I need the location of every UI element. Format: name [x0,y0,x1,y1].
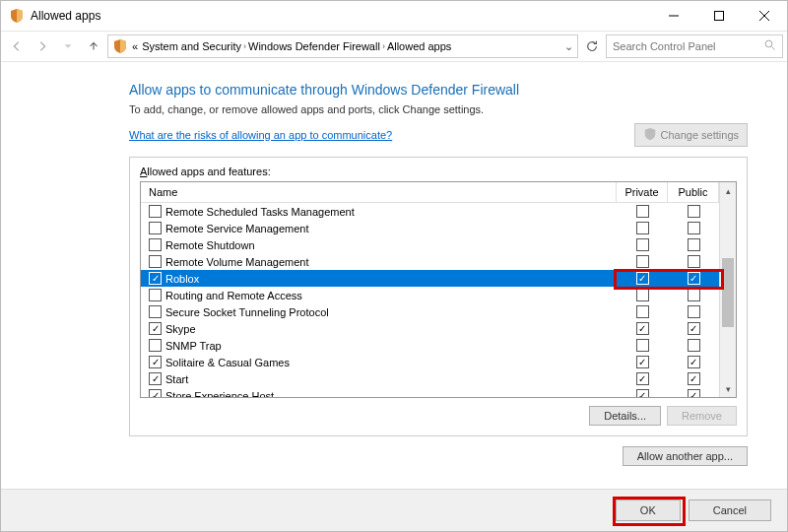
search-input[interactable] [613,40,776,52]
minimize-button[interactable] [651,1,696,31]
enable-checkbox[interactable] [149,289,162,301]
table-row[interactable]: Remote Scheduled Tasks Management [141,203,719,220]
close-button[interactable] [742,1,787,31]
chevron-right-icon: › [382,41,385,51]
column-public[interactable]: Public [668,182,719,202]
search-box[interactable] [606,34,783,58]
up-button[interactable] [82,34,105,58]
table-row[interactable]: Roblox [141,270,719,287]
scroll-down-button[interactable]: ▾ [720,380,736,397]
enable-checkbox[interactable] [149,339,162,352]
search-icon [764,39,776,54]
page-subtitle: To add, change, or remove allowed apps a… [129,103,748,115]
titlebar: Allowed apps [1,1,787,31]
scroll-track[interactable] [720,199,736,380]
breadcrumb[interactable]: « System and Security › Windows Defender… [107,34,578,58]
enable-checkbox[interactable] [149,356,162,368]
enable-checkbox[interactable] [149,305,162,318]
table-header: Name Private Public [141,182,719,203]
scroll-thumb[interactable] [722,258,734,327]
back-button[interactable] [5,34,29,58]
vertical-scrollbar[interactable]: ▴ ▾ [719,182,736,397]
enable-checkbox[interactable] [149,222,162,234]
table-row[interactable]: Remote Volume Management [141,253,719,270]
private-column [617,339,668,352]
public-checkbox[interactable] [688,339,700,352]
table-row[interactable]: Store Experience Host [141,387,719,397]
maximize-button[interactable] [696,1,742,31]
apps-table: Name Private Public Remote Scheduled Tas… [140,181,737,398]
private-checkbox[interactable] [636,372,649,385]
private-checkbox[interactable] [636,272,649,285]
enable-checkbox[interactable] [149,255,162,268]
private-checkbox[interactable] [636,356,649,368]
public-checkbox[interactable] [688,205,700,218]
public-checkbox[interactable] [688,305,700,318]
table-row[interactable]: SNMP Trap [141,337,719,354]
table-row[interactable]: Solitaire & Casual Games [141,354,719,370]
private-checkbox[interactable] [636,238,649,251]
ok-button[interactable]: OK [616,499,681,521]
breadcrumb-item[interactable]: Windows Defender Firewall [248,40,380,52]
private-checkbox[interactable] [636,222,649,234]
table-row[interactable]: Start [141,370,719,387]
firewall-shield-icon [9,8,25,24]
forward-button[interactable] [31,34,54,58]
private-checkbox[interactable] [636,339,649,352]
scroll-up-button[interactable]: ▴ [720,182,736,199]
private-column [617,272,668,285]
page-title: Allow apps to communicate through Window… [129,82,748,98]
app-name: SNMP Trap [165,340,617,352]
private-column [617,322,668,335]
public-column [668,339,719,352]
table-row[interactable]: Remote Shutdown [141,236,719,253]
enable-checkbox[interactable] [149,272,162,285]
private-column [617,238,668,251]
recent-dropdown[interactable] [56,34,80,58]
breadcrumb-prefix: « [132,40,138,52]
table-row[interactable]: Remote Service Management [141,220,719,236]
private-checkbox[interactable] [636,322,649,335]
breadcrumb-item[interactable]: System and Security [142,40,241,52]
risks-link[interactable]: What are the risks of allowing an app to… [129,129,392,141]
details-button[interactable]: Details... [589,406,661,426]
cancel-button[interactable]: Cancel [689,499,771,521]
public-checkbox[interactable] [688,222,700,234]
public-checkbox[interactable] [688,356,700,368]
enable-checkbox[interactable] [149,389,162,397]
enable-checkbox[interactable] [149,205,162,218]
remove-button[interactable]: Remove [667,406,737,426]
table-row[interactable]: Secure Socket Tunneling Protocol [141,303,719,320]
private-checkbox[interactable] [636,255,649,268]
private-column [617,372,668,385]
public-checkbox[interactable] [688,322,700,335]
public-column [668,356,719,368]
table-row[interactable]: Routing and Remote Access [141,287,719,303]
allow-another-app-button[interactable]: Allow another app... [623,446,748,466]
private-checkbox[interactable] [636,289,649,301]
private-checkbox[interactable] [636,305,649,318]
app-name: Remote Service Management [165,223,617,234]
table-row[interactable]: Skype [141,320,719,337]
enable-checkbox[interactable] [149,238,162,251]
public-checkbox[interactable] [688,372,700,385]
private-checkbox[interactable] [636,205,649,218]
public-checkbox[interactable] [688,238,700,251]
refresh-button[interactable] [580,34,604,58]
window-title: Allowed apps [31,9,651,23]
app-name: Remote Shutdown [165,239,617,251]
public-checkbox[interactable] [688,272,700,285]
breadcrumb-item[interactable]: Allowed apps [387,40,451,52]
enable-checkbox[interactable] [149,372,162,385]
public-checkbox[interactable] [688,289,700,301]
public-checkbox[interactable] [688,389,700,397]
enable-checkbox[interactable] [149,322,162,335]
app-name: Roblox [165,273,617,285]
column-private[interactable]: Private [617,182,668,202]
column-name[interactable]: Name [141,182,617,202]
chevron-down-icon[interactable]: ⌄ [564,40,573,53]
private-checkbox[interactable] [636,389,649,397]
public-checkbox[interactable] [688,255,700,268]
change-settings-button[interactable]: Change settings [634,123,749,147]
table-body: Remote Scheduled Tasks ManagementRemote … [141,203,719,397]
